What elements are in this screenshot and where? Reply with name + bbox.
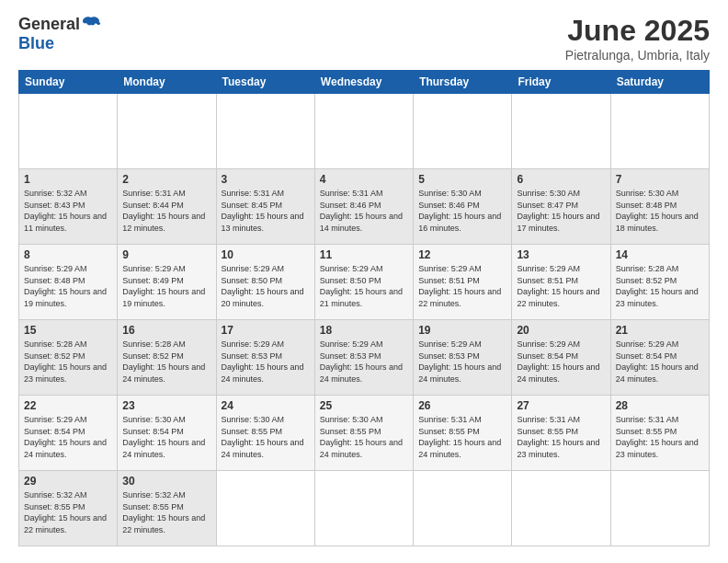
logo: General Blue <box>18 14 102 53</box>
day-info: Sunrise: 5:28 AM Sunset: 8:52 PM Dayligh… <box>24 339 112 385</box>
day-cell: 28 Sunrise: 5:31 AM Sunset: 8:55 PM Dayl… <box>610 396 709 471</box>
day-info: Sunrise: 5:29 AM Sunset: 8:50 PM Dayligh… <box>320 263 408 309</box>
day-info: Sunrise: 5:31 AM Sunset: 8:45 PM Dayligh… <box>222 188 310 234</box>
day-number: 14 <box>616 248 704 261</box>
day-info: Sunrise: 5:30 AM Sunset: 8:55 PM Dayligh… <box>320 414 408 460</box>
day-cell: 15 Sunrise: 5:28 AM Sunset: 8:52 PM Dayl… <box>19 320 118 396</box>
day-cell: 23 Sunrise: 5:30 AM Sunset: 8:54 PM Dayl… <box>118 396 216 471</box>
day-info: Sunrise: 5:32 AM Sunset: 8:43 PM Dayligh… <box>24 188 112 234</box>
day-cell: 1 Sunrise: 5:32 AM Sunset: 8:43 PM Dayli… <box>19 169 118 245</box>
day-cell <box>19 94 118 169</box>
day-number: 16 <box>122 324 210 337</box>
day-cell: 3 Sunrise: 5:31 AM Sunset: 8:45 PM Dayli… <box>216 169 314 245</box>
day-info: Sunrise: 5:31 AM Sunset: 8:55 PM Dayligh… <box>616 414 704 460</box>
day-cell: 24 Sunrise: 5:30 AM Sunset: 8:55 PM Dayl… <box>216 396 314 471</box>
day-cell: 17 Sunrise: 5:29 AM Sunset: 8:53 PM Dayl… <box>216 320 314 396</box>
day-info: Sunrise: 5:30 AM Sunset: 8:54 PM Dayligh… <box>122 414 210 460</box>
day-number: 7 <box>616 173 704 186</box>
day-number: 21 <box>616 324 704 337</box>
col-monday: Monday <box>118 71 216 94</box>
day-number: 2 <box>122 173 210 186</box>
day-number: 29 <box>24 475 112 488</box>
week-row-1: 1 Sunrise: 5:32 AM Sunset: 8:43 PM Dayli… <box>19 169 710 245</box>
day-info: Sunrise: 5:31 AM Sunset: 8:44 PM Dayligh… <box>122 188 210 234</box>
day-number: 25 <box>320 399 408 412</box>
day-cell <box>216 471 314 546</box>
day-info: Sunrise: 5:31 AM Sunset: 8:55 PM Dayligh… <box>418 414 506 460</box>
day-cell <box>314 471 413 546</box>
col-thursday: Thursday <box>414 71 512 94</box>
day-info: Sunrise: 5:29 AM Sunset: 8:53 PM Dayligh… <box>222 339 310 385</box>
day-number: 3 <box>222 173 310 186</box>
day-cell <box>414 94 512 169</box>
header: General Blue June 2025 Pietralunga, Umbr… <box>18 14 710 63</box>
day-info: Sunrise: 5:32 AM Sunset: 8:55 PM Dayligh… <box>24 489 112 535</box>
day-info: Sunrise: 5:29 AM Sunset: 8:48 PM Dayligh… <box>24 263 112 309</box>
week-row-5: 29 Sunrise: 5:32 AM Sunset: 8:55 PM Dayl… <box>19 471 710 546</box>
col-sunday: Sunday <box>19 71 118 94</box>
day-cell <box>118 94 216 169</box>
day-number: 24 <box>222 399 310 412</box>
day-cell <box>512 94 610 169</box>
header-row: Sunday Monday Tuesday Wednesday Thursday… <box>19 71 710 94</box>
day-number: 20 <box>517 324 605 337</box>
calendar-table: Sunday Monday Tuesday Wednesday Thursday… <box>18 70 710 546</box>
day-info: Sunrise: 5:28 AM Sunset: 8:52 PM Dayligh… <box>122 339 210 385</box>
day-info: Sunrise: 5:29 AM Sunset: 8:54 PM Dayligh… <box>616 339 704 385</box>
day-number: 17 <box>222 324 310 337</box>
day-number: 9 <box>122 248 210 261</box>
day-cell: 4 Sunrise: 5:31 AM Sunset: 8:46 PM Dayli… <box>314 169 413 245</box>
day-number: 1 <box>24 173 112 186</box>
col-friday: Friday <box>512 71 610 94</box>
day-number: 13 <box>517 248 605 261</box>
title-block: June 2025 Pietralunga, Umbria, Italy <box>565 14 710 63</box>
day-info: Sunrise: 5:30 AM Sunset: 8:47 PM Dayligh… <box>517 188 605 234</box>
week-row-4: 22 Sunrise: 5:29 AM Sunset: 8:54 PM Dayl… <box>19 396 710 471</box>
day-cell: 10 Sunrise: 5:29 AM Sunset: 8:50 PM Dayl… <box>216 245 314 320</box>
day-cell <box>314 94 413 169</box>
day-cell: 11 Sunrise: 5:29 AM Sunset: 8:50 PM Dayl… <box>314 245 413 320</box>
day-cell: 27 Sunrise: 5:31 AM Sunset: 8:55 PM Dayl… <box>512 396 610 471</box>
day-cell: 13 Sunrise: 5:29 AM Sunset: 8:51 PM Dayl… <box>512 245 610 320</box>
col-saturday: Saturday <box>610 71 709 94</box>
day-info: Sunrise: 5:30 AM Sunset: 8:55 PM Dayligh… <box>222 414 310 460</box>
day-cell: 16 Sunrise: 5:28 AM Sunset: 8:52 PM Dayl… <box>118 320 216 396</box>
day-number: 12 <box>418 248 506 261</box>
day-info: Sunrise: 5:30 AM Sunset: 8:48 PM Dayligh… <box>616 188 704 234</box>
day-info: Sunrise: 5:29 AM Sunset: 8:54 PM Dayligh… <box>24 414 112 460</box>
day-info: Sunrise: 5:30 AM Sunset: 8:46 PM Dayligh… <box>418 188 506 234</box>
day-cell: 22 Sunrise: 5:29 AM Sunset: 8:54 PM Dayl… <box>19 396 118 471</box>
day-cell: 18 Sunrise: 5:29 AM Sunset: 8:53 PM Dayl… <box>314 320 413 396</box>
day-cell: 29 Sunrise: 5:32 AM Sunset: 8:55 PM Dayl… <box>19 471 118 546</box>
day-number: 18 <box>320 324 408 337</box>
logo-bird-icon <box>81 14 101 34</box>
day-cell <box>414 471 512 546</box>
col-tuesday: Tuesday <box>216 71 314 94</box>
logo-general-text: General <box>18 15 80 34</box>
day-info: Sunrise: 5:29 AM Sunset: 8:51 PM Dayligh… <box>418 263 506 309</box>
day-info: Sunrise: 5:31 AM Sunset: 8:46 PM Dayligh… <box>320 188 408 234</box>
day-number: 23 <box>122 399 210 412</box>
day-info: Sunrise: 5:29 AM Sunset: 8:50 PM Dayligh… <box>222 263 310 309</box>
week-row-3: 15 Sunrise: 5:28 AM Sunset: 8:52 PM Dayl… <box>19 320 710 396</box>
week-row-2: 8 Sunrise: 5:29 AM Sunset: 8:48 PM Dayli… <box>19 245 710 320</box>
day-number: 4 <box>320 173 408 186</box>
logo-blue-text: Blue <box>18 34 102 53</box>
day-cell <box>512 471 610 546</box>
day-cell: 6 Sunrise: 5:30 AM Sunset: 8:47 PM Dayli… <box>512 169 610 245</box>
day-number: 28 <box>616 399 704 412</box>
day-cell <box>216 94 314 169</box>
day-info: Sunrise: 5:29 AM Sunset: 8:53 PM Dayligh… <box>418 339 506 385</box>
week-row-0 <box>19 94 710 169</box>
day-info: Sunrise: 5:28 AM Sunset: 8:52 PM Dayligh… <box>616 263 704 309</box>
calendar-title: June 2025 <box>565 14 710 48</box>
day-number: 5 <box>418 173 506 186</box>
day-info: Sunrise: 5:32 AM Sunset: 8:55 PM Dayligh… <box>122 489 210 535</box>
day-cell: 7 Sunrise: 5:30 AM Sunset: 8:48 PM Dayli… <box>610 169 709 245</box>
day-number: 10 <box>222 248 310 261</box>
day-cell <box>610 471 709 546</box>
calendar-subtitle: Pietralunga, Umbria, Italy <box>565 48 710 63</box>
day-info: Sunrise: 5:29 AM Sunset: 8:53 PM Dayligh… <box>320 339 408 385</box>
day-cell: 2 Sunrise: 5:31 AM Sunset: 8:44 PM Dayli… <box>118 169 216 245</box>
day-info: Sunrise: 5:29 AM Sunset: 8:49 PM Dayligh… <box>122 263 210 309</box>
